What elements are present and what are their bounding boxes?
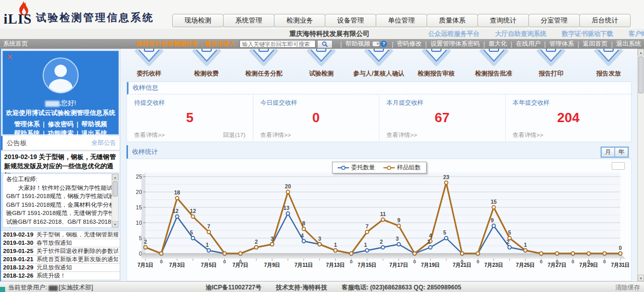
stat-detail-link[interactable]: 查看详情>> <box>387 131 417 139</box>
portal-link[interactable]: 公众远程服务平台 <box>428 30 480 38</box>
period-button[interactable]: 年 <box>615 147 628 157</box>
question-icon[interactable]: ? <box>380 41 387 47</box>
svg-text:9: 9 <box>397 217 400 223</box>
notice-body-line: GB/T 1591-2018规范，钢板力学性能试验 <box>6 192 110 201</box>
stat-value: 204 <box>513 107 624 131</box>
workflow-step[interactable]: 报告发放 <box>580 49 637 82</box>
nav-tab[interactable]: 单位管理 <box>376 14 427 27</box>
workflow-step[interactable]: 试验检测 <box>292 49 350 82</box>
welcome-text: 欢迎使用博试云试验检测管理信息系统 <box>3 109 118 118</box>
notice-date: 2019-01-25 <box>3 247 33 255</box>
sample-stats: 待提交收样 5 查看详情>> 回退(17) 今日提交收样 0 查看详情>> <box>127 94 631 141</box>
notice-date: 2019-01-30 <box>3 239 33 247</box>
scroll-up-icon[interactable]: ▲ <box>112 174 118 180</box>
workflow-step-label: 委托收样 <box>137 69 161 78</box>
workflow-steps: 委托收样 检测收费 检测任务分配 <box>120 49 637 82</box>
link-help-video[interactable]: 帮助视频 <box>82 121 107 128</box>
svg-text:7月19日: 7月19日 <box>421 262 440 268</box>
main-scrollbar[interactable]: ▲ ▼ <box>637 49 644 281</box>
notice-row[interactable]: 2019-01-21 系统首页新版本更新发版的通知 <box>1 256 120 264</box>
notice-scrollbar[interactable]: ▲ ▼ <box>112 174 118 227</box>
workflow-step-label: 报告发放 <box>596 69 621 78</box>
menu-maximize[interactable]: 最大化 <box>489 40 507 48</box>
svg-text:2: 2 <box>380 239 383 245</box>
chart-legend: 委托数量样品组数 <box>332 162 427 173</box>
menu-online-users[interactable]: 在线用户 <box>516 40 541 48</box>
workflow-chevron-icon <box>592 49 625 68</box>
scroll-down-icon[interactable]: ▼ <box>638 275 644 281</box>
notice-row[interactable]: 2019-02-19 关于型钢，钢板，无缝钢管新规范发版 <box>1 231 120 239</box>
legend-item[interactable]: 委托数量 <box>338 164 375 171</box>
sample-info-panel: 收样信息 待提交收样 5 查看详情>> 回退(17) 今日提交收样 0 查看详情 <box>126 82 632 142</box>
notice-row[interactable]: 2019-01-25 关于软件回退收样删除的参数试验数据 <box>1 247 120 256</box>
portal-link[interactable]: 客户端下载 <box>629 30 644 38</box>
link-change-password[interactable]: 修改密码 <box>48 121 73 128</box>
nav-tab[interactable]: 分室管理 <box>528 14 580 27</box>
clear-cache-link[interactable]: 清除缓存 <box>615 283 640 292</box>
nav-tab[interactable]: 后台统计 <box>579 14 631 27</box>
period-button[interactable]: 月 <box>601 147 615 157</box>
menu-qms[interactable]: 管理体系 <box>549 40 574 48</box>
chart-menu-button[interactable] <box>612 162 625 170</box>
stat-detail-link[interactable]: 查看详情>> <box>513 131 543 139</box>
svg-text:5: 5 <box>139 235 142 241</box>
menu-logout[interactable]: 退出系统 <box>616 40 641 48</box>
menu-change-password[interactable]: 密码修改 <box>397 40 421 48</box>
stat-extra-link[interactable]: 回退(17) <box>223 131 245 139</box>
workflow-step[interactable]: 检测任务分配 <box>235 49 293 82</box>
nav-tab[interactable]: 质量体系 <box>427 14 478 27</box>
svg-text:5: 5 <box>508 229 511 236</box>
menu-help-video[interactable]: 帮助视频 <box>345 40 370 48</box>
notice-row[interactable]: 2019-01-30 春节放假通知 <box>1 239 120 247</box>
scroll-up-icon[interactable]: ▲ <box>638 49 644 55</box>
menu-home[interactable]: 返回首页 <box>583 40 608 48</box>
svg-text:5: 5 <box>443 229 446 236</box>
notice-row[interactable]: 2018-12-29 元旦放假通知 <box>1 264 120 272</box>
workflow-step[interactable]: 检测报告审核 <box>408 49 465 82</box>
notice-title: 关于型钢，钢板，无缝钢管新规范发版 <box>36 231 118 239</box>
scroll-thumb[interactable] <box>113 181 118 197</box>
scroll-down-icon[interactable]: ▼ <box>112 221 118 227</box>
svg-text:7月3日: 7月3日 <box>169 262 185 268</box>
pending-tasks-alert[interactable]: 当前有21份在检测任务，请点击进入 <box>136 40 235 48</box>
all-notices-link[interactable]: 全部公告 <box>91 139 116 147</box>
nav-tab[interactable]: 设备管理 <box>325 14 376 27</box>
svg-text:13: 13 <box>283 205 289 211</box>
scroll-thumb[interactable] <box>638 56 643 93</box>
nav-tab[interactable]: 系统管理 <box>223 14 274 27</box>
svg-text:7月5日: 7月5日 <box>201 262 217 268</box>
notice-body-line: GB/T 1591-2018规范，金属材料化学分析试 <box>6 201 110 209</box>
portal-link[interactable]: 大厅自助查询系统 <box>495 30 546 38</box>
stat-label: 待提交收样 <box>134 99 246 107</box>
nav-tab[interactable]: 查询统计 <box>477 14 529 27</box>
search-input[interactable] <box>240 40 316 48</box>
menu-set-qms-password[interactable]: 设置管理体系密码 <box>430 40 480 48</box>
portal-link[interactable]: 数字证书驱动下载 <box>562 30 613 38</box>
svg-text:1: 1 <box>364 242 367 248</box>
nav-tab[interactable]: 检测业务 <box>274 14 325 27</box>
workflow-step[interactable]: 检测报告批准 <box>465 49 523 82</box>
login-info: 当前登录用户: ▆▆ [实施技术部] <box>8 283 93 292</box>
search-button[interactable] <box>317 40 333 48</box>
video-icon[interactable] <box>373 42 379 46</box>
stat-detail-link[interactable]: 查看详情>> <box>134 131 164 139</box>
workflow-step[interactable]: 检测收费 <box>178 49 235 82</box>
notice-headline[interactable]: 2019-02-19 关于型钢，钢板，无缝钢管新规范发版及对应的一些信息优化的通… <box>1 151 120 172</box>
link-qms[interactable]: 管理体系 <box>14 121 40 128</box>
period-toggle: 月年 <box>601 147 629 158</box>
svg-text:7月13日: 7月13日 <box>326 262 345 268</box>
workflow-step[interactable]: 委托收样 <box>120 49 178 82</box>
nav-tab[interactable]: 现场检测 <box>172 14 224 27</box>
notice-row[interactable]: 2018-12-26 系统升级！ <box>1 272 120 280</box>
workflow-chevron-icon <box>477 49 510 68</box>
stat-detail-link[interactable]: 查看详情>> <box>261 131 291 139</box>
notice-body-line: 维护了…… <box>6 226 110 228</box>
notice-title: 关于软件回退收样删除的参数试验数据 <box>36 247 118 255</box>
legend-item[interactable]: 样品组数 <box>383 164 421 171</box>
stat-cell: 待提交收样 5 查看详情>> 回退(17) <box>127 94 253 141</box>
stat-value: 0 <box>261 107 372 131</box>
svg-text:4: 4 <box>301 232 304 239</box>
close-icon[interactable]: ✕ <box>7 53 13 61</box>
workflow-step[interactable]: 报告打印 <box>522 49 580 82</box>
workflow-step[interactable]: 参与人/复核人确认 <box>350 49 408 82</box>
